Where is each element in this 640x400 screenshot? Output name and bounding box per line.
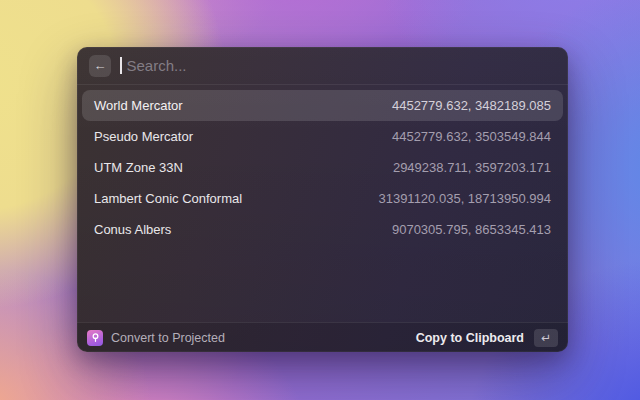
search-input[interactable] (127, 57, 557, 74)
result-label: UTM Zone 33N (94, 160, 183, 175)
map-pin-icon (87, 330, 103, 346)
list-item[interactable]: Pseudo Mercator 4452779.632, 3503549.844 (82, 121, 563, 152)
list-item[interactable]: Lambert Conic Conformal 31391120.035, 18… (82, 183, 563, 214)
result-value: 4452779.632, 3503549.844 (392, 129, 551, 144)
result-value: 4452779.632, 3482189.085 (392, 98, 551, 113)
command-title: Convert to Projected (111, 331, 225, 345)
search-bar: ← (77, 47, 568, 85)
result-label: Lambert Conic Conformal (94, 191, 242, 206)
list-item[interactable]: Conus Albers 9070305.795, 8653345.413 (82, 214, 563, 245)
result-label: World Mercator (94, 98, 183, 113)
list-item[interactable]: UTM Zone 33N 2949238.711, 3597203.171 (82, 152, 563, 183)
footer-bar: Convert to Projected Copy to Clipboard ↵ (77, 322, 568, 352)
result-value: 2949238.711, 3597203.171 (393, 160, 551, 175)
result-value: 9070305.795, 8653345.413 (392, 222, 551, 237)
list-item[interactable]: World Mercator 4452779.632, 3482189.085 (82, 90, 563, 121)
result-label: Conus Albers (94, 222, 171, 237)
text-caret (120, 57, 122, 74)
results-list: World Mercator 4452779.632, 3482189.085 … (77, 85, 568, 322)
result-label: Pseudo Mercator (94, 129, 193, 144)
raycast-window: ← World Mercator 4452779.632, 3482189.08… (77, 47, 568, 352)
result-value: 31391120.035, 18713950.994 (378, 191, 551, 206)
back-button[interactable]: ← (89, 55, 111, 77)
return-key-icon: ↵ (534, 329, 558, 347)
copy-to-clipboard-button[interactable]: Copy to Clipboard (416, 331, 524, 345)
